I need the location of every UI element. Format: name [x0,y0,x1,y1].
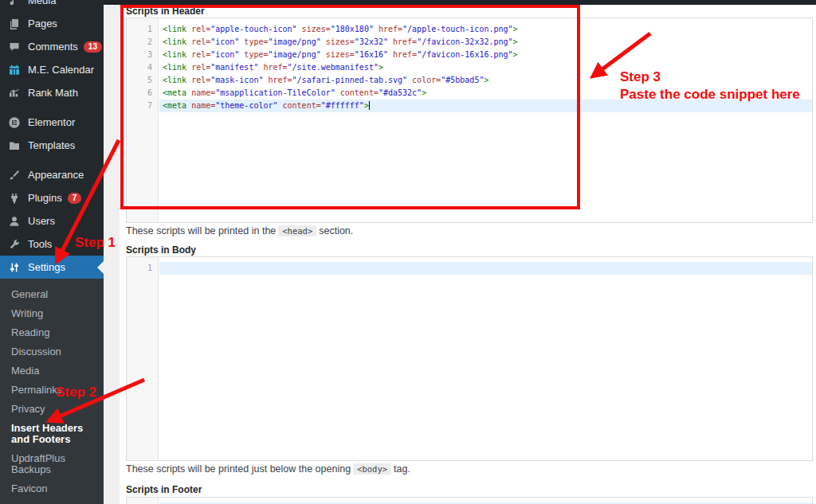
submenu-item-general[interactable]: General [0,285,100,304]
body-note-post: tag. [394,463,410,475]
code-area[interactable] [159,257,812,460]
sidebar-item-rank-math[interactable]: Rank Math [0,81,104,104]
line-number: 1 [127,23,158,36]
sidebar-item-label: M.E. Calendar [28,64,94,76]
scripts-in-header-editor[interactable]: 1234567 <link rel="apple-touch-icon" siz… [126,18,813,223]
submenu-item-reading[interactable]: Reading [0,323,100,342]
submenu-item-insert-headers-and-footers[interactable]: Insert Headers and Footers [0,419,100,449]
users-icon [8,215,21,228]
rank-math-icon [8,87,21,100]
submenu-item-writing[interactable]: Writing [0,304,100,323]
line-number: 6 [127,87,158,100]
calendar-icon [8,64,21,76]
scripts-in-footer-label: Scripts in Footer [126,484,202,495]
submenu-item-favicon[interactable]: Favicon [0,479,100,498]
body-note: These scripts will be printed just below… [126,463,410,475]
scripts-in-body-editor[interactable]: 1 [126,256,813,461]
sidebar-item-settings[interactable]: Settings [0,256,104,279]
submenu-item-privacy[interactable]: Privacy [0,400,100,419]
step3-subtitle: Paste the code snippet here [620,87,800,102]
scripts-in-header-label: Scripts in Header [126,6,205,17]
line-number-gutter: 1 [127,498,159,504]
body-note-pre: These scripts will be printed just below… [126,463,351,475]
line-number: 4 [127,61,158,74]
comments-icon [8,41,21,53]
body-tag-chip: <body> [353,463,391,475]
sidebar-item-elementor[interactable]: Elementor [0,111,104,134]
scripts-in-body-label: Scripts in Body [126,244,196,256]
line-number: 7 [127,100,158,112]
sidebar-item-label: Users [28,215,55,227]
sidebar-item-m-e-calendar[interactable]: M.E. Calendar [0,58,104,81]
sidebar-item-label: Plugins [28,192,62,204]
sidebar-item-users[interactable]: Users [0,209,104,232]
step2-label: Step 2 [56,384,96,401]
sidebar-item-pages[interactable]: Pages [0,12,104,35]
appearance-icon [8,169,21,182]
sidebar-item-label: Settings [28,261,65,273]
elementor-icon [8,116,21,129]
head-tag-chip: <head> [278,225,316,236]
step1-label: Step 1 [75,234,116,252]
sidebar-item-label: Rank Math [28,87,78,99]
line-number: 2 [127,36,158,49]
text-caret [369,101,370,110]
sidebar-item-label: Pages [28,18,57,29]
sidebar-item-label: Comments [28,41,78,53]
menu-separator [0,104,104,111]
submenu-item-updraftplus-backups[interactable]: UpdraftPlus Backups [0,449,100,479]
count-badge: 13 [84,41,102,53]
line-number: 1 [127,262,158,275]
sidebar-item-label: Media [28,0,56,6]
admin-sidebar: MediaPagesComments13M.E. CalendarRank Ma… [0,0,104,504]
code-area[interactable] [159,498,812,504]
count-badge: 7 [68,193,82,204]
code-area[interactable]: <link rel="apple-touch-icon" sizes="180x… [159,18,812,222]
code-line [159,262,812,275]
sidebar-item-templates[interactable]: Templates [0,134,104,157]
sidebar-item-comments[interactable]: Comments13 [0,35,104,58]
code-line: <link rel="apple-touch-icon" sizes="180x… [159,23,812,36]
code-line: <link rel="icon" type="image/png" sizes=… [159,49,812,61]
line-number: 3 [127,49,158,61]
scripts-in-footer-editor[interactable]: 1 [126,497,813,504]
sidebar-item-appearance[interactable]: Appearance [0,163,104,186]
sidebar-item-label: Templates [28,139,75,151]
step3-title: Step 3 [620,69,661,84]
sidebar-item-label: Tools [28,238,52,250]
templates-icon [8,139,21,152]
header-note: These scripts will be printed in the<hea… [126,225,353,236]
header-note-post: section. [319,225,353,236]
pages-icon [8,18,21,30]
line-number: 5 [127,74,158,87]
sidebar-item-label: Appearance [28,169,84,181]
media-icon [8,0,21,7]
menu-separator [0,157,104,163]
code-line: <link rel="icon" type="image/png" sizes=… [159,36,812,49]
plugins-icon [8,192,21,205]
header-note-pre: These scripts will be printed in the [126,225,276,236]
sidebar-item-label: Elementor [28,116,75,128]
line-number-gutter: 1 [127,257,159,460]
sidebar-item-media[interactable]: Media [0,0,104,12]
submenu-item-discussion[interactable]: Discussion [0,342,100,361]
tools-icon [8,238,21,251]
step3-label: Step 3 Paste the code snippet here [620,68,800,104]
settings-icon [8,261,21,274]
line-number-gutter: 1234567 [127,18,159,222]
sidebar-item-plugins[interactable]: Plugins7 [0,186,104,209]
submenu-item-media[interactable]: Media [0,361,100,381]
